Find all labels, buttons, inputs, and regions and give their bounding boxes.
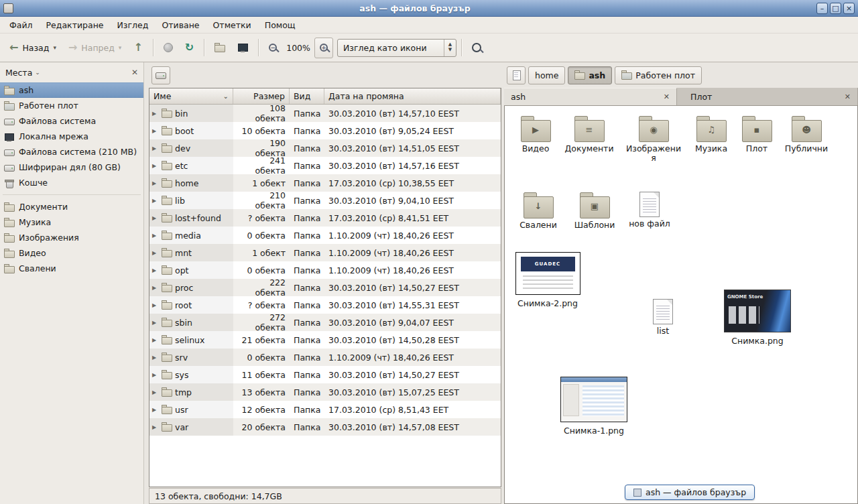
maximize-button[interactable]: □ xyxy=(830,3,841,14)
folder-documents[interactable]: Документи xyxy=(562,115,616,153)
minimize-button[interactable]: – xyxy=(816,3,828,14)
file-row[interactable]: ▶ lost+found ? обекта Папка 17.03.2010 (… xyxy=(149,209,501,227)
expander-icon[interactable]: ▶ xyxy=(152,302,159,308)
view-mode-combobox[interactable]: Изглед като икони ▲▼ xyxy=(337,39,456,57)
folder-templates[interactable]: Шаблони xyxy=(569,192,620,230)
folder-images[interactable]: Изображения xyxy=(625,115,682,163)
file-row[interactable]: ▶ root ? обекта Папка 30.03.2010 (вт) 14… xyxy=(149,296,501,314)
reload-button[interactable]: ↻ xyxy=(180,38,199,58)
folder-video[interactable]: Видео xyxy=(509,115,562,153)
file-list[interactable]: list xyxy=(637,299,688,336)
computer-button[interactable] xyxy=(232,38,253,58)
file-row[interactable]: ▶ opt 0 обекта Папка 1.10.2009 (чт) 18,4… xyxy=(149,261,501,279)
file-row[interactable]: ▶ selinux 21 обекта Папка 30.03.2010 (вт… xyxy=(149,331,501,349)
expander-icon[interactable]: ▶ xyxy=(152,128,159,134)
sidebar-item[interactable]: Видео xyxy=(0,245,143,261)
back-button[interactable]: ← Назад ▾ xyxy=(4,38,62,58)
expander-icon[interactable]: ▶ xyxy=(152,267,159,273)
expander-icon[interactable]: ▶ xyxy=(152,180,159,186)
menu-view[interactable]: Изглед xyxy=(111,18,156,32)
file-row[interactable]: ▶ srv 0 обекта Папка 1.10.2009 (чт) 18,4… xyxy=(149,349,501,366)
sidebar-item[interactable]: Документи xyxy=(0,199,143,214)
file-row[interactable]: ▶ usr 12 обекта Папка 17.03.2010 (ср) 8,… xyxy=(149,401,501,418)
expander-icon[interactable]: ▶ xyxy=(152,337,159,343)
sidebar-item[interactable]: Шифриран дял (80 GB) xyxy=(0,160,143,175)
folder-downloads[interactable]: Свалени xyxy=(513,192,564,230)
file-row[interactable]: ▶ media 0 обекта Папка 1.10.2009 (чт) 18… xyxy=(149,227,501,244)
pathbar-desktop-button[interactable]: Работен плот xyxy=(615,66,702,84)
file-row[interactable]: ▶ boot 10 обекта Папка 30.03.2010 (вт) 9… xyxy=(149,122,501,139)
file-row[interactable]: ▶ mnt 1 обект Папка 1.10.2009 (чт) 18,40… xyxy=(149,244,501,261)
file-row[interactable]: ▶ sys 11 обекта Папка 30.03.2010 (вт) 14… xyxy=(149,366,501,383)
menu-go[interactable]: Отиване xyxy=(155,18,206,32)
expander-icon[interactable]: ▶ xyxy=(152,215,159,221)
column-header-date[interactable]: Дата на промяна xyxy=(324,88,501,104)
sidebar-item[interactable]: Свалени xyxy=(0,261,143,276)
folder-music[interactable]: Музика xyxy=(686,115,737,153)
close-button[interactable]: × xyxy=(843,3,855,14)
sidebar-item[interactable]: Файлова система xyxy=(0,113,143,129)
combobox-spinner-icon[interactable]: ▲▼ xyxy=(444,40,456,56)
root-path-button[interactable] xyxy=(151,66,170,84)
expander-icon[interactable]: ▶ xyxy=(152,198,159,204)
menu-help[interactable]: Помощ xyxy=(258,18,302,32)
file-row[interactable]: ▶ tmp 13 обекта Папка 30.03.2010 (вт) 15… xyxy=(149,383,501,401)
column-header-type[interactable]: Вид xyxy=(290,88,324,104)
sidebar-mode-chevron-icon[interactable]: ⌄ xyxy=(35,69,40,76)
sidebar-item[interactable]: Музика xyxy=(0,214,143,230)
file-row[interactable]: ▶ proc 222 обекта Папка 30.03.2010 (вт) … xyxy=(149,279,501,296)
expander-icon[interactable]: ▶ xyxy=(152,163,159,169)
forward-button[interactable]: → Напред ▾ xyxy=(63,38,127,58)
tab-close-icon[interactable]: ✕ xyxy=(664,92,670,101)
expander-icon[interactable]: ▶ xyxy=(152,320,159,326)
pathbar-root-button[interactable] xyxy=(507,66,526,84)
tab-ash[interactable]: ash ✕ xyxy=(504,88,677,105)
taskbar-window-button[interactable]: ash — файлов браузър xyxy=(625,485,755,500)
up-button[interactable]: ↑ xyxy=(128,38,147,58)
sidebar-close-icon[interactable]: ✕ xyxy=(131,68,138,77)
expander-icon[interactable]: ▶ xyxy=(152,233,159,239)
back-history-chevron-icon[interactable]: ▾ xyxy=(53,44,56,51)
menu-bookmarks[interactable]: Отметки xyxy=(206,18,258,32)
sidebar-item[interactable]: Кошче xyxy=(0,175,143,190)
tab-close-icon[interactable]: ✕ xyxy=(845,92,851,101)
expander-icon[interactable]: ▶ xyxy=(152,389,159,395)
file-row[interactable]: ▶ lib 210 обекта Папка 30.03.2010 (вт) 9… xyxy=(149,192,501,209)
sidebar-item[interactable]: Работен плот xyxy=(0,98,143,113)
column-header-name[interactable]: Име ⌄ xyxy=(149,88,233,104)
file-snimka-1[interactable]: Снимка-1.png xyxy=(560,377,628,436)
expander-icon[interactable]: ▶ xyxy=(152,372,159,378)
forward-history-chevron-icon[interactable]: ▾ xyxy=(119,44,122,51)
pathbar-ash-button[interactable]: ash xyxy=(568,66,612,84)
column-header-size[interactable]: Размер xyxy=(233,88,290,104)
file-new-file[interactable]: нов файл xyxy=(624,192,675,229)
sidebar-item[interactable]: Файлова система (210 MB) xyxy=(0,144,143,160)
file-row[interactable]: ▶ etc 241 обекта Папка 30.03.2010 (вт) 1… xyxy=(149,157,501,174)
menu-file[interactable]: Файл xyxy=(3,18,40,32)
folder-desktop[interactable]: Плот xyxy=(731,115,782,153)
menu-edit[interactable]: Редактиране xyxy=(40,18,111,32)
sidebar-item[interactable]: ash xyxy=(0,82,143,98)
expander-icon[interactable]: ▶ xyxy=(152,355,159,361)
stop-button[interactable] xyxy=(158,38,178,58)
expander-icon[interactable]: ▶ xyxy=(152,424,159,430)
pathbar-home-button[interactable]: home xyxy=(528,66,565,84)
expander-icon[interactable]: ▶ xyxy=(152,111,159,117)
zoom-in-button[interactable]: + xyxy=(314,38,333,58)
folder-public[interactable]: Публични xyxy=(781,115,832,153)
expander-icon[interactable]: ▶ xyxy=(152,250,159,256)
home-button[interactable] xyxy=(209,38,231,58)
file-row[interactable]: ▶ dev 190 обекта Папка 30.03.2010 (вт) 1… xyxy=(149,139,501,157)
file-snimka-2[interactable]: GUADEC Снимка-2.png xyxy=(514,252,581,308)
file-row[interactable]: ▶ home 1 обект Папка 17.03.2010 (ср) 10,… xyxy=(149,174,501,192)
expander-icon[interactable]: ▶ xyxy=(152,407,159,413)
tab-plot[interactable]: Плот ✕ xyxy=(677,88,858,105)
file-row[interactable]: ▶ bin 108 обекта Папка 30.03.2010 (вт) 1… xyxy=(149,105,501,122)
sidebar-item[interactable]: Локална мрежа xyxy=(0,129,143,144)
file-row[interactable]: ▶ sbin 272 обекта Папка 30.03.2010 (вт) … xyxy=(149,314,501,331)
expander-icon[interactable]: ▶ xyxy=(152,285,159,291)
file-snimka[interactable]: GNOME Store Снимка.png xyxy=(723,290,792,346)
zoom-out-button[interactable]: − xyxy=(263,38,282,58)
search-button[interactable] xyxy=(467,38,487,58)
expander-icon[interactable]: ▶ xyxy=(152,145,159,151)
